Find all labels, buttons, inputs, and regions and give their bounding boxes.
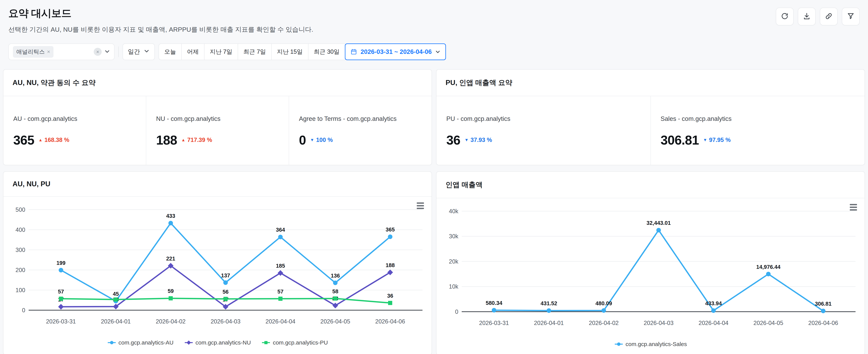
quick-range-today[interactable]: 오늘 <box>159 43 182 60</box>
svg-text:56: 56 <box>222 289 228 295</box>
quick-range-last-7-days[interactable]: 지난 7일 <box>204 43 238 60</box>
metric-card-sales: Sales - com.gcp.analytics 306.81 ▼ 97.95… <box>650 96 865 165</box>
share-link-button[interactable] <box>820 8 838 25</box>
legend-label: com.gcp.analytics-AU <box>119 340 174 346</box>
chevron-down-icon <box>435 49 440 54</box>
svg-text:2026-04-03: 2026-04-03 <box>644 320 674 326</box>
svg-text:59: 59 <box>168 288 174 294</box>
svg-text:306.81: 306.81 <box>815 301 832 307</box>
trend-up-icon: ▲ <box>181 138 185 143</box>
svg-text:365: 365 <box>385 227 395 233</box>
filter-button[interactable] <box>842 8 860 25</box>
svg-text:2026-04-03: 2026-04-03 <box>211 318 241 325</box>
svg-text:57: 57 <box>277 288 283 294</box>
trend-percent: 717.39 % <box>187 137 212 143</box>
quick-range-recent-30-days[interactable]: 최근 30일 <box>308 43 345 60</box>
line-chart-au-nu-pu: 01002003004005002026-03-312026-04-012026… <box>5 200 430 338</box>
legend-item[interactable]: com.gcp.analytics-Sales <box>614 341 687 347</box>
svg-text:0: 0 <box>22 307 25 314</box>
svg-text:2026-04-02: 2026-04-02 <box>589 320 619 326</box>
metric-card-agree-to-terms: Agree to Terms - com.gcp.analytics 0 ▼ 1… <box>289 96 432 165</box>
svg-text:2026-04-05: 2026-04-05 <box>753 320 783 326</box>
metric-value: 0 <box>299 132 306 147</box>
refresh-icon <box>780 12 789 21</box>
chart-legend: com.gcp.analytics-Sales <box>438 341 863 347</box>
granularity-select[interactable]: 일간 <box>123 43 155 60</box>
svg-text:580.34: 580.34 <box>486 300 502 306</box>
page-header: 요약 대시보드 선택한 기간의 AU, NU를 비롯한 이용자 지표 및 매출액… <box>0 0 868 34</box>
svg-text:2026-04-06: 2026-04-06 <box>375 318 405 325</box>
svg-text:2026-04-04: 2026-04-04 <box>699 320 728 326</box>
svg-text:364: 364 <box>276 227 285 233</box>
chart-title: 인앱 매출액 <box>436 172 865 198</box>
svg-text:2026-04-01: 2026-04-01 <box>101 318 131 325</box>
metric-value: 36 <box>446 132 460 147</box>
date-range-picker[interactable]: 2026-03-31 ~ 2026-04-06 <box>345 43 446 60</box>
chevron-down-icon[interactable] <box>104 49 110 55</box>
svg-text:2026-04-01: 2026-04-01 <box>534 320 564 326</box>
svg-text:300: 300 <box>16 247 25 253</box>
legend-label: com.gcp.analytics-NU <box>195 340 251 346</box>
svg-text:2026-03-31: 2026-03-31 <box>479 320 509 326</box>
svg-text:57: 57 <box>58 288 64 294</box>
svg-text:185: 185 <box>276 263 285 269</box>
metric-cards: PU - com.gcp.analytics 36 ▼ 37.93 % Sale… <box>436 96 865 165</box>
metric-label: Sales - com.gcp.analytics <box>661 115 855 122</box>
svg-text:188: 188 <box>385 262 395 268</box>
header-actions <box>776 8 860 25</box>
trend-percent: 168.38 % <box>44 137 69 143</box>
metric-label: PU - com.gcp.analytics <box>446 115 641 122</box>
chart-menu-icon[interactable] <box>850 204 857 211</box>
selected-app-tag[interactable]: 애널리틱스 × <box>13 46 54 58</box>
chart-panel-au-nu-pu: AU, NU, PU 01002003004005002026-03-31202… <box>3 171 432 354</box>
svg-text:2026-04-05: 2026-04-05 <box>320 318 350 325</box>
refresh-button[interactable] <box>776 8 794 25</box>
svg-text:2026-04-06: 2026-04-06 <box>808 320 838 326</box>
page-subtitle: 선택한 기간의 AU, NU를 비롯한 이용자 지표 및 매출액, ARPPU를… <box>8 25 313 34</box>
legend-item[interactable]: com.gcp.analytics-AU <box>107 340 174 346</box>
svg-text:36: 36 <box>387 293 393 299</box>
svg-text:100: 100 <box>16 287 25 293</box>
chart-menu-icon[interactable] <box>417 202 424 209</box>
legend-item[interactable]: com.gcp.analytics-PU <box>261 340 328 346</box>
link-icon <box>825 12 833 21</box>
line-chart-sales: 010k20k30k40k2026-03-312026-04-012026-04… <box>438 202 863 340</box>
chart-panel-inapp-sales: 인앱 매출액 010k20k30k40k2026-03-312026-04-01… <box>436 171 865 354</box>
svg-text:433: 433 <box>166 213 175 219</box>
summary-panel-users: AU, NU, 약관 동의 수 요약 AU - com.gcp.analytic… <box>3 69 432 165</box>
quick-range-recent-7-days[interactable]: 최근 7일 <box>238 43 272 60</box>
clear-selection-icon[interactable]: × <box>94 48 102 56</box>
calendar-icon <box>350 48 357 55</box>
svg-text:2026-04-02: 2026-04-02 <box>156 318 186 325</box>
svg-text:30k: 30k <box>449 233 459 240</box>
remove-tag-icon[interactable]: × <box>47 49 50 55</box>
metric-card-nu: NU - com.gcp.analytics 188 ▲ 717.39 % <box>146 96 289 165</box>
legend-label: com.gcp.analytics-PU <box>273 340 328 346</box>
svg-text:14,976.44: 14,976.44 <box>756 264 780 270</box>
chart-legend: com.gcp.analytics-AUcom.gcp.analytics-NU… <box>5 340 430 346</box>
svg-text:137: 137 <box>221 272 230 278</box>
svg-text:221: 221 <box>166 256 175 262</box>
legend-item[interactable]: com.gcp.analytics-NU <box>184 340 251 346</box>
trend-percent: 97.95 % <box>709 137 731 143</box>
svg-text:45: 45 <box>113 291 119 297</box>
filter-divider <box>118 47 119 57</box>
download-button[interactable] <box>798 8 816 25</box>
metric-value: 365 <box>13 132 34 147</box>
trend-percent: 37.93 % <box>470 137 492 143</box>
trend-badge: ▼ 37.93 % <box>465 137 492 143</box>
svg-text:200: 200 <box>16 267 25 273</box>
page-heading-block: 요약 대시보드 선택한 기간의 AU, NU를 비롯한 이용자 지표 및 매출액… <box>8 6 313 34</box>
trend-down-icon: ▼ <box>703 138 707 143</box>
summary-panel-revenue: PU, 인앱 매출액 요약 PU - com.gcp.analytics 36 … <box>436 69 865 165</box>
charts-row: AU, NU, PU 01002003004005002026-03-31202… <box>0 171 868 354</box>
svg-text:500: 500 <box>16 206 25 213</box>
metric-label: NU - com.gcp.analytics <box>156 115 279 122</box>
quick-range-yesterday[interactable]: 어제 <box>181 43 205 60</box>
svg-text:199: 199 <box>56 260 65 266</box>
chart-body: 010k20k30k40k2026-03-312026-04-012026-04… <box>436 198 865 354</box>
metric-card-pu: PU - com.gcp.analytics 36 ▼ 37.93 % <box>436 96 650 165</box>
app-select[interactable]: 애널리틱스 × × <box>8 43 115 60</box>
trend-badge: ▼ 100 % <box>310 137 333 143</box>
quick-range-last-15-days[interactable]: 지난 15일 <box>271 43 308 60</box>
